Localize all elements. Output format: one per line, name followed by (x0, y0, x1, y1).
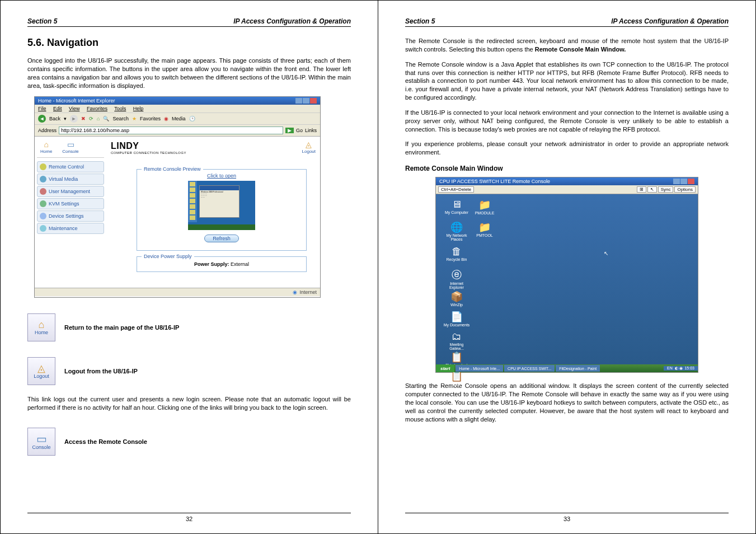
logout-button-graphic: ◬ Logout (27, 357, 55, 385)
home-icon-row: ⌂ Home Return to the main page of the U8… (27, 313, 351, 341)
doc-title: IP Access Configuration & Operation (233, 17, 351, 25)
sidebar: ⌂Home ▭Console Remote Control Virtual Me… (35, 137, 106, 288)
desktop-icon: 🖥My Computer (443, 199, 471, 214)
screenshot-ie-home: Home - Microsoft Internet Explorer File … (34, 96, 321, 298)
remote-console-preview-panel: Remote Console Preview Click to open Win… (137, 169, 307, 251)
window-titlebar: CPU IP ACCESS SWITCH LITE Remote Console (436, 177, 698, 185)
section-label: Section 5 (405, 17, 435, 25)
address-input (59, 127, 283, 134)
minimize-icon (295, 98, 302, 104)
page-header: Section 5 IP Access Configuration & Oper… (405, 17, 729, 27)
taskbar-item: CPU IP ACCESS SWIT... (504, 365, 555, 372)
ie-statusbar: ◉ Internet (35, 288, 320, 296)
nav-remote-control: Remote Control (37, 161, 104, 172)
logout-icon: ◬ (302, 140, 316, 149)
status-text: Internet (299, 289, 317, 295)
logout-description: Logout from the U8/16-IP (64, 368, 138, 374)
logout-icon: ◬ (37, 363, 45, 373)
mouse-cursor: ↖ (604, 250, 608, 256)
desktop-icon: 🗑Recycle Bin (443, 246, 471, 261)
internet-icon: ◉ (293, 289, 297, 295)
home-icon: ⌂ (97, 116, 100, 121)
desktop-icon: 📋test2 (443, 370, 471, 386)
page-left: Section 5 IP Access Configuration & Oper… (1, 1, 378, 533)
window-title: Home - Microsoft Internet Explorer (38, 98, 115, 104)
console-icon: ▭ (36, 433, 47, 444)
go-label: Go (296, 128, 303, 133)
para1: The Remote Console is the redirected scr… (405, 37, 729, 54)
ie-toolbar: ◄ Back ▾ ► ✖ ⟳ ⌂ 🔍Search ★Favorites ◉Med… (35, 113, 320, 125)
sync-button: Sync (658, 186, 674, 193)
page-header: Section 5 IP Access Configuration & Oper… (27, 17, 351, 27)
address-label: Address (38, 128, 57, 133)
media-icon: ◉ (164, 116, 168, 121)
remote-console-toolbar: Ctrl+Alt+Delete ⊞ ↖ Sync Options (436, 185, 698, 194)
section-title: 5.6. Navigation (27, 37, 351, 49)
close-icon (688, 179, 694, 184)
remote-desktop: ↖ 🖥My Computer📁PMODULE🌐My Network Places… (436, 194, 698, 364)
windows-taskbar: start Home - Microsoft Inte... CPU IP AC… (436, 364, 698, 372)
page-number: 33 (405, 513, 729, 522)
refresh-button: Refresh (204, 235, 239, 242)
brand-logo: LINDYCOMPUTER CONNECTION TECHNOLOGY (106, 137, 320, 154)
links-label: Links (305, 128, 317, 133)
forward-icon: ► (70, 115, 78, 123)
go-button: ▶ (285, 128, 294, 133)
menu-help: Help (133, 106, 144, 111)
window-buttons (295, 98, 317, 104)
page-right: Section 5 IP Access Configuration & Oper… (378, 1, 755, 533)
two-page-spread: Section 5 IP Access Configuration & Oper… (0, 0, 756, 534)
panel2-title: Device Power Supply (142, 254, 194, 259)
desktop-icon: 📁PMODULE (471, 199, 499, 215)
nav-user-management: User Management (37, 186, 104, 197)
back-label: Back (49, 116, 60, 121)
console-icon-row: ▭ Console Access the Remote Console (27, 428, 351, 456)
maximize-icon (303, 98, 309, 104)
intro-paragraph: Once logged into the U8/16-IP successful… (27, 57, 351, 90)
menu-tools: Tools (114, 106, 126, 111)
nav-device-settings: Device Settings (37, 210, 104, 222)
taskbar-item: FitDesignation - Paint (556, 365, 600, 372)
home-link: ⌂Home (40, 140, 52, 154)
menu-edit: Edit (53, 106, 62, 111)
maximize-icon (680, 179, 687, 184)
desktop-icon: 📁PMTOOL (471, 221, 499, 237)
page-body: ⌂Home ▭Console Remote Control Virtual Me… (35, 137, 320, 288)
para5: Starting the Remote Console opens an add… (405, 382, 729, 423)
ctrl-alt-del-button: Ctrl+Alt+Delete (438, 186, 474, 193)
ie-menubar: File Edit View Favorites Tools Help (35, 105, 320, 113)
page-number: 32 (27, 513, 351, 522)
remote-console-subhead: Remote Console Main Window (405, 165, 729, 172)
nav-virtual-media: Virtual Media (37, 174, 104, 185)
console-description: Access the Remote Console (64, 438, 147, 445)
favorites-icon: ★ (132, 116, 137, 121)
desktop-icon: 📄My Documents (443, 311, 471, 327)
back-icon: ◄ (38, 115, 46, 123)
para4: If you experience problems, please consu… (405, 140, 729, 157)
section-label: Section 5 (27, 17, 57, 25)
logout-paragraph: This link logs out the current user and … (27, 395, 351, 412)
device-power-supply-panel: Device Power Supply Power Supply: Extern… (137, 256, 307, 272)
main-area: LINDYCOMPUTER CONNECTION TECHNOLOGY ◬Log… (106, 137, 320, 288)
preview-thumbnail: Windows 2000 Professional— — —— — —— — (188, 181, 255, 230)
home-description: Return to the main page of the U8/16-IP (64, 324, 179, 331)
para3: If the U8/16-IP is connected to your loc… (405, 109, 729, 134)
stop-icon: ✖ (81, 116, 86, 121)
logout-icon-row: ◬ Logout Logout from the U8/16-IP (27, 357, 351, 385)
minimize-icon (673, 179, 680, 184)
doc-title: IP Access Configuration & Operation (611, 17, 729, 25)
window-title: CPU IP ACCESS SWITCH LITE Remote Console (439, 179, 550, 184)
nav-kvm-settings: KVM Settings (37, 198, 104, 209)
logout-link: ◬Logout (302, 140, 316, 154)
panel-title: Remote Console Preview (142, 166, 203, 172)
menu-file: File (38, 106, 46, 111)
search-icon: 🔍 (103, 116, 109, 121)
ie-addressbar: Address ▶ Go Links (35, 125, 320, 137)
cursor-icon: ↖ (647, 186, 657, 193)
home-button-graphic: ⌂ Home (27, 313, 55, 341)
monitor-icon: ⊞ (637, 186, 646, 193)
screenshot-remote-console: CPU IP ACCESS SWITCH LITE Remote Console… (435, 177, 698, 373)
menu-favorites: Favorites (87, 106, 107, 111)
close-icon (310, 98, 317, 104)
desktop-icon: 🗂Meeting Gatew... (443, 331, 471, 350)
